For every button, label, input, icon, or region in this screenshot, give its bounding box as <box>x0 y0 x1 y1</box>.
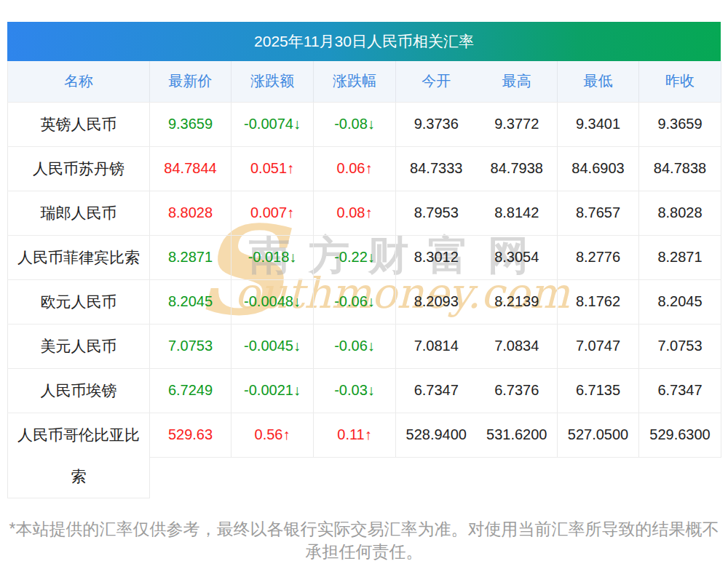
cell-latest: 7.0753 <box>150 324 232 368</box>
cell-high: 531.6200 <box>477 413 558 457</box>
cell-name: 欧元人民币 <box>8 279 150 324</box>
table-header: 名称 最新价 涨跌额 涨跌幅 今开 最高 最低 昨收 <box>8 61 721 102</box>
cell-low: 8.7657 <box>558 191 639 235</box>
cell-latest: 84.7844 <box>150 146 232 191</box>
cell-low: 8.1762 <box>558 279 639 324</box>
cell-change-pct: -0.22↓ <box>314 235 396 279</box>
cell-low: 84.6903 <box>558 146 639 191</box>
cell-high: 8.8142 <box>477 191 558 235</box>
empty-extension-cell <box>150 457 721 498</box>
cell-prev-close: 529.6300 <box>639 413 721 457</box>
cell-change-pct: -0.08↓ <box>314 102 396 146</box>
cell-low: 9.3401 <box>558 102 639 146</box>
cell-name: 人民币哥伦比亚比索 <box>8 413 150 498</box>
cell-change: -0.0045↓ <box>232 324 314 368</box>
cell-open: 8.3012 <box>396 235 477 279</box>
cell-change: 0.007↑ <box>232 191 314 235</box>
cell-low: 8.2776 <box>558 235 639 279</box>
cell-latest: 529.63 <box>150 413 232 457</box>
cell-name: 人民币苏丹镑 <box>8 146 150 191</box>
cell-change: -0.0074↓ <box>232 102 314 146</box>
col-header-change-pct: 涨跌幅 <box>314 61 396 102</box>
col-header-prev-close: 昨收 <box>639 61 721 102</box>
cell-high: 8.3054 <box>477 235 558 279</box>
table-row: 瑞郎人民币 8.8028 0.007↑ 0.08↑ 8.7953 8.8142 … <box>8 191 721 235</box>
table-row: 人民币哥伦比亚比索 529.63 0.56↑ 0.11↑ 528.9400 53… <box>8 413 721 457</box>
cell-high: 7.0834 <box>477 324 558 368</box>
cell-prev-close: 8.8028 <box>639 191 721 235</box>
cell-change-pct: -0.06↓ <box>314 279 396 324</box>
header-row: 名称 最新价 涨跌额 涨跌幅 今开 最高 最低 昨收 <box>8 61 721 102</box>
cell-change: -0.018↓ <box>232 235 314 279</box>
cell-change: -0.0021↓ <box>232 368 314 413</box>
page-title: 2025年11月30日人民币相关汇率 <box>254 33 474 49</box>
cell-open: 6.7347 <box>396 368 477 413</box>
cell-name: 瑞郎人民币 <box>8 191 150 235</box>
cell-latest: 8.8028 <box>150 191 232 235</box>
cell-change: 0.56↑ <box>232 413 314 457</box>
cell-prev-close: 8.2871 <box>639 235 721 279</box>
cell-high: 9.3772 <box>477 102 558 146</box>
cell-prev-close: 7.0753 <box>639 324 721 368</box>
cell-prev-close: 6.7347 <box>639 368 721 413</box>
cell-latest: 8.2871 <box>150 235 232 279</box>
cell-name: 英镑人民币 <box>8 102 150 146</box>
cell-high: 6.7376 <box>477 368 558 413</box>
cell-open: 84.7333 <box>396 146 477 191</box>
cell-open: 7.0814 <box>396 324 477 368</box>
cell-name: 美元人民币 <box>8 324 150 368</box>
cell-change-pct: -0.06↓ <box>314 324 396 368</box>
cell-low: 6.7135 <box>558 368 639 413</box>
col-header-high: 最高 <box>477 61 558 102</box>
disclaimer-text: *本站提供的汇率仅供参考，最终以各银行实际交易汇率为准。对使用当前汇率所导致的结… <box>7 518 721 563</box>
cell-prev-close: 9.3659 <box>639 102 721 146</box>
table-row: 英镑人民币 9.3659 -0.0074↓ -0.08↓ 9.3736 9.37… <box>8 102 721 146</box>
cell-latest: 8.2045 <box>150 279 232 324</box>
table-row: 人民币苏丹镑 84.7844 0.051↑ 0.06↑ 84.7333 84.7… <box>8 146 721 191</box>
col-header-latest: 最新价 <box>150 61 232 102</box>
table-row: 人民币埃镑 6.7249 -0.0021↓ -0.03↓ 6.7347 6.73… <box>8 368 721 413</box>
col-header-open: 今开 <box>396 61 477 102</box>
col-header-name: 名称 <box>8 61 150 102</box>
cell-prev-close: 8.2045 <box>639 279 721 324</box>
cell-change-pct: -0.03↓ <box>314 368 396 413</box>
cell-high: 8.2139 <box>477 279 558 324</box>
table-row: 欧元人民币 8.2045 -0.0048↓ -0.06↓ 8.2093 8.21… <box>8 279 721 324</box>
table-row: 美元人民币 7.0753 -0.0045↓ -0.06↓ 7.0814 7.08… <box>8 324 721 368</box>
cell-change-pct: 0.08↑ <box>314 191 396 235</box>
cell-open: 8.7953 <box>396 191 477 235</box>
table-row: 人民币菲律宾比索 8.2871 -0.018↓ -0.22↓ 8.3012 8.… <box>8 235 721 279</box>
cell-latest: 6.7249 <box>150 368 232 413</box>
cell-name: 人民币菲律宾比索 <box>8 235 150 279</box>
cell-high: 84.7938 <box>477 146 558 191</box>
cell-low: 527.0500 <box>558 413 639 457</box>
cell-latest: 9.3659 <box>150 102 232 146</box>
cell-change-pct: 0.06↑ <box>314 146 396 191</box>
col-header-low: 最低 <box>558 61 639 102</box>
cell-change-pct: 0.11↑ <box>314 413 396 457</box>
col-header-change: 涨跌额 <box>232 61 314 102</box>
cell-open: 9.3736 <box>396 102 477 146</box>
cell-change: 0.051↑ <box>232 146 314 191</box>
exchange-rate-table: 名称 最新价 涨跌额 涨跌幅 今开 最高 最低 昨收 英镑人民币 9.3659 … <box>7 61 721 498</box>
cell-open: 8.2093 <box>396 279 477 324</box>
cell-prev-close: 84.7838 <box>639 146 721 191</box>
title-banner: 2025年11月30日人民币相关汇率 <box>7 22 721 61</box>
cell-change: -0.0048↓ <box>232 279 314 324</box>
cell-name: 人民币埃镑 <box>8 368 150 413</box>
cell-low: 7.0747 <box>558 324 639 368</box>
cell-open: 528.9400 <box>396 413 477 457</box>
page: S 南方财富网 outhmoney.com 2025年11月30日人民币相关汇率… <box>0 0 728 577</box>
